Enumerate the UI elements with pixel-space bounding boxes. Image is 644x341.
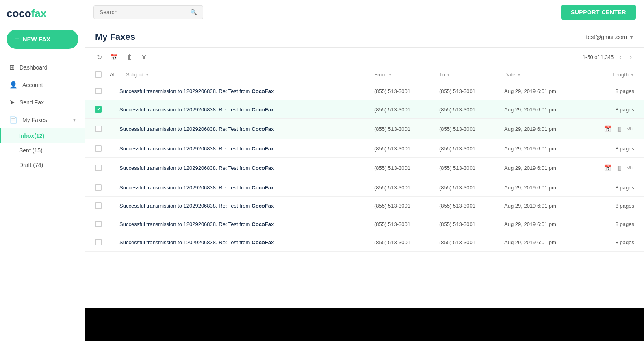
header-subject-col[interactable]: Subject ▼: [126, 72, 374, 78]
row-check[interactable]: [95, 88, 102, 94]
logo-fax: fax: [31, 7, 47, 20]
header-date-col[interactable]: Date ▼: [504, 72, 585, 78]
calendar-action-icon[interactable]: 📅: [603, 163, 612, 172]
search-box[interactable]: 🔍: [93, 5, 203, 19]
row-check[interactable]: [95, 106, 102, 113]
sidebar-item-draft[interactable]: Draft (74): [0, 158, 85, 172]
new-fax-label: NEW FAX: [23, 36, 50, 43]
row-checkbox[interactable]: [95, 145, 110, 152]
from-col-label: From: [374, 72, 386, 78]
topbar: 🔍 SUPPORT CENTER: [85, 0, 644, 24]
fax-toolbar: ↻ 📅 🗑 👁 1-50 of 1,345 ‹ ›: [85, 48, 644, 67]
table-row[interactable]: Successful transmission to 12029206838. …: [85, 82, 644, 100]
row-check[interactable]: [95, 165, 102, 171]
table-row[interactable]: Successful transmission to 12029206838. …: [85, 178, 644, 197]
sidebar-item-send-fax[interactable]: ➤ Send Fax: [0, 93, 85, 111]
header-length-col[interactable]: Length ▼: [585, 72, 634, 78]
chevron-down-icon: ▼: [629, 34, 634, 40]
row-to: (855) 513-3001: [439, 239, 504, 245]
brand-name: CocoFax: [252, 239, 274, 245]
row-length: 8 pages: [585, 203, 634, 209]
delete-icon[interactable]: 🗑: [125, 52, 134, 63]
calendar-icon[interactable]: 📅: [108, 52, 120, 63]
row-date: Aug 29, 2019 6:01 pm: [504, 203, 585, 209]
sidebar-item-account[interactable]: 👤 Account: [0, 76, 85, 93]
header-to-col[interactable]: To ▼: [439, 72, 504, 78]
row-checkbox[interactable]: [95, 106, 110, 113]
row-checkbox[interactable]: [95, 202, 110, 209]
sort-arrow-icon: ▼: [630, 72, 634, 77]
row-checkbox[interactable]: [95, 126, 110, 132]
table-row[interactable]: Successful transmission to 12029206838. …: [85, 233, 644, 252]
table-row[interactable]: Successful transmission to 12029206838. …: [85, 139, 644, 158]
to-col-label: To: [439, 72, 445, 78]
table-row[interactable]: Successful transmission to 12029206838. …: [85, 197, 644, 215]
table-row[interactable]: Successful transmission to 12029206838. …: [85, 158, 644, 178]
preview-icon[interactable]: 👁: [139, 52, 149, 63]
select-all-checkbox[interactable]: [95, 71, 102, 78]
search-input[interactable]: [100, 9, 187, 15]
sidebar-item-label: My Faxes: [22, 117, 67, 123]
row-check[interactable]: [95, 184, 102, 191]
main-content: 🔍 SUPPORT CENTER My Faxes test@gmail.com…: [85, 0, 644, 341]
brand-name: CocoFax: [252, 88, 274, 94]
sidebar-navigation: ⊞ Dashboard 👤 Account ➤ Send Fax 📄 My Fa…: [0, 55, 85, 341]
row-checkbox[interactable]: [95, 221, 110, 227]
sidebar-item-dashboard[interactable]: ⊞ Dashboard: [0, 59, 85, 76]
sidebar-item-label: Dashboard: [20, 64, 77, 71]
row-check[interactable]: [95, 202, 102, 209]
row-subject: Successful transmission to 12029206838. …: [119, 126, 374, 132]
sort-arrow-icon: ▼: [388, 72, 392, 77]
row-checkbox[interactable]: [95, 165, 110, 171]
sidebar-item-label: Send Fax: [20, 99, 77, 106]
row-to: (855) 513-3001: [439, 203, 504, 209]
sidebar-item-my-faxes[interactable]: 📄 My Faxes ▼: [0, 111, 85, 128]
table-row[interactable]: Successful transmission to 12029206838. …: [85, 215, 644, 233]
sidebar-item-inbox[interactable]: Inbox(12): [0, 128, 85, 143]
row-to: (855) 513-3001: [439, 106, 504, 113]
row-from: (855) 513-3001: [374, 203, 439, 209]
support-center-button[interactable]: SUPPORT CENTER: [561, 5, 636, 20]
sidebar-subitem-label: Draft (74): [19, 162, 43, 168]
row-checkbox[interactable]: [95, 239, 110, 245]
logo: cocofax: [7, 7, 46, 20]
row-subject: Successful transmission to 12029206838. …: [119, 165, 374, 171]
row-checkbox[interactable]: [95, 88, 110, 94]
row-subject: Successful transmission to 12029206838. …: [119, 88, 374, 94]
row-to: (855) 513-3001: [439, 221, 504, 227]
calendar-action-icon[interactable]: 📅: [603, 124, 612, 133]
preview-action-icon[interactable]: 👁: [627, 164, 634, 172]
row-length: 8 pages: [585, 239, 634, 245]
delete-action-icon[interactable]: 🗑: [616, 164, 623, 172]
new-fax-button[interactable]: + NEW FAX: [7, 30, 78, 49]
brand-name: CocoFax: [252, 106, 274, 113]
logo-coco: coco: [7, 7, 31, 20]
preview-action-icon[interactable]: 👁: [627, 125, 634, 133]
table-row[interactable]: Successful transmission to 12029206838. …: [85, 100, 644, 119]
pagination-next-button[interactable]: ›: [627, 53, 634, 62]
send-icon: ➤: [9, 98, 15, 106]
row-to: (855) 513-3001: [439, 146, 504, 152]
chevron-down-icon: ▼: [72, 117, 77, 123]
row-date: Aug 29, 2019 6:01 pm: [504, 239, 585, 245]
row-check[interactable]: [95, 145, 102, 152]
refresh-icon[interactable]: ↻: [95, 52, 104, 63]
table-row[interactable]: Successful transmission to 12029206838. …: [85, 119, 644, 139]
brand-name: CocoFax: [252, 203, 274, 209]
user-email-dropdown[interactable]: test@gmail.com ▼: [586, 34, 634, 40]
row-checkbox[interactable]: [95, 184, 110, 191]
row-from: (855) 513-3001: [374, 126, 439, 132]
pagination-prev-button[interactable]: ‹: [617, 53, 624, 62]
sidebar-item-sent[interactable]: Sent (15): [0, 143, 85, 158]
dashboard-icon: ⊞: [9, 63, 15, 71]
row-date: Aug 29, 2019 6:01 pm: [504, 221, 585, 227]
row-check[interactable]: [95, 221, 102, 227]
row-check[interactable]: [95, 239, 102, 245]
row-from: (855) 513-3001: [374, 239, 439, 245]
row-from: (855) 513-3001: [374, 106, 439, 113]
fax-table: All Subject ▼ From ▼ To ▼ Date ▼ Length …: [85, 67, 644, 308]
row-check[interactable]: [95, 126, 102, 132]
sidebar-subitem-label: Sent (15): [19, 147, 43, 154]
header-from-col[interactable]: From ▼: [374, 72, 439, 78]
delete-action-icon[interactable]: 🗑: [616, 125, 623, 133]
